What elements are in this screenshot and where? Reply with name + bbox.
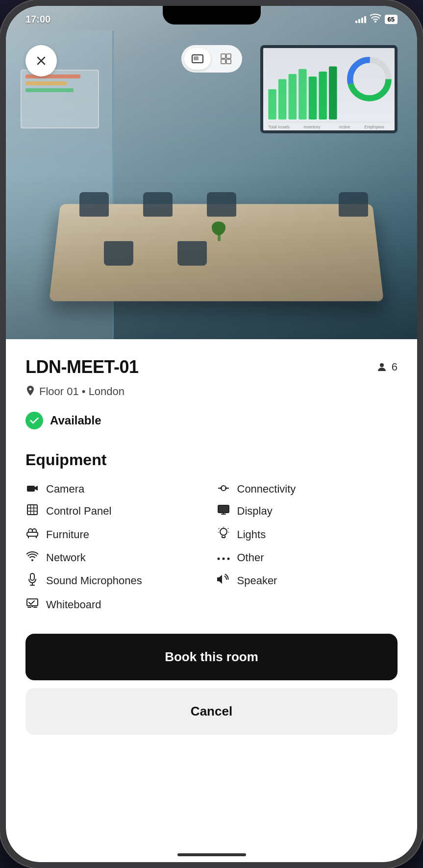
svg-point-50 xyxy=(227,558,229,560)
whiteboard-label: Whiteboard xyxy=(46,598,101,611)
signal-bar-2 xyxy=(358,19,360,23)
svg-line-41 xyxy=(219,528,219,529)
close-button[interactable] xyxy=(25,45,57,76)
svg-rect-20 xyxy=(226,54,231,58)
display-icon xyxy=(217,505,230,518)
room-location-text: Floor 01 • London xyxy=(39,385,124,398)
check-icon xyxy=(30,417,39,424)
microphone-icon xyxy=(25,573,39,589)
svg-point-27 xyxy=(225,487,227,489)
svg-point-49 xyxy=(222,558,224,560)
connectivity-label: Connectivity xyxy=(237,483,296,496)
lights-icon xyxy=(217,527,230,543)
room-header: LDN-MEET-01 6 xyxy=(25,357,398,377)
equipment-grid: Camera Connectivity xyxy=(25,483,398,612)
home-indicator xyxy=(177,853,246,856)
signal-icon xyxy=(355,15,366,23)
grid-view-button[interactable] xyxy=(213,48,239,70)
room-photo: Total Assets Inventory Active Employees xyxy=(6,6,417,339)
lights-label: Lights xyxy=(237,528,266,541)
svg-rect-21 xyxy=(221,59,225,64)
camera-icon xyxy=(25,483,39,496)
svg-rect-36 xyxy=(27,532,38,536)
furniture-icon xyxy=(25,528,39,541)
svg-point-26 xyxy=(220,487,222,489)
svg-point-48 xyxy=(217,558,220,560)
connectivity-icon xyxy=(217,483,230,496)
equipment-section: Equipment Camera xyxy=(25,451,398,735)
status-time: 17:00 xyxy=(25,14,50,25)
signal-bar-1 xyxy=(355,21,357,23)
phone-frame: 17:00 65 xyxy=(0,0,423,868)
speaker-label: Speaker xyxy=(237,574,277,587)
equipment-other: Other xyxy=(217,551,398,564)
other-icon xyxy=(217,551,230,564)
equipment-furniture: Furniture xyxy=(25,527,207,543)
signal-bar-4 xyxy=(364,16,366,23)
capacity-count: 6 xyxy=(392,361,398,373)
svg-rect-28 xyxy=(27,505,37,515)
wifi-icon xyxy=(370,14,381,25)
battery-icon: 65 xyxy=(385,15,398,24)
svg-rect-24 xyxy=(27,486,35,492)
notch xyxy=(163,6,261,25)
svg-line-42 xyxy=(228,528,228,529)
location-icon xyxy=(25,386,35,397)
other-label: Other xyxy=(237,551,264,564)
equipment-speaker: Speaker xyxy=(217,573,398,589)
svg-rect-51 xyxy=(30,573,34,580)
availability-dot xyxy=(25,412,43,429)
whiteboard-icon xyxy=(25,597,39,612)
furniture-label: Furniture xyxy=(46,528,89,541)
svg-point-39 xyxy=(220,528,227,535)
microphone-label: Sound Microphones xyxy=(46,574,142,587)
signal-bar-3 xyxy=(361,18,363,23)
control-panel-icon xyxy=(25,504,39,518)
svg-rect-33 xyxy=(218,505,229,513)
info-panel: LDN-MEET-01 6 Floor 01 • London xyxy=(6,339,417,862)
network-icon xyxy=(25,551,39,564)
availability-badge: Available xyxy=(25,412,398,429)
equipment-lights: Lights xyxy=(217,527,398,543)
photo-view-button[interactable] xyxy=(184,48,211,70)
svg-point-23 xyxy=(380,363,384,367)
svg-rect-22 xyxy=(226,59,231,64)
equipment-microphone: Sound Microphones xyxy=(25,573,207,589)
network-label: Network xyxy=(46,551,86,564)
capacity-badge: 6 xyxy=(376,361,398,373)
equipment-whiteboard: Whiteboard xyxy=(25,597,398,612)
display-label: Display xyxy=(237,505,273,518)
control-panel-label: Control Panel xyxy=(46,505,111,518)
availability-text: Available xyxy=(50,414,101,427)
svg-marker-25 xyxy=(35,486,38,491)
person-icon xyxy=(376,361,388,373)
battery-level: 65 xyxy=(388,16,395,23)
equipment-control-panel: Control Panel xyxy=(25,504,207,518)
cancel-button[interactable]: Cancel xyxy=(25,688,398,735)
phone-screen: 17:00 65 xyxy=(6,6,417,862)
photo-grid-toggle[interactable] xyxy=(181,45,242,73)
book-room-button[interactable]: Book this room xyxy=(25,634,398,680)
equipment-connectivity: Connectivity xyxy=(217,483,398,496)
svg-rect-18 xyxy=(194,56,199,60)
equipment-camera: Camera xyxy=(25,483,207,496)
equipment-title: Equipment xyxy=(25,451,398,469)
equipment-display: Display xyxy=(217,504,398,518)
vol-down-button[interactable] xyxy=(0,173,2,202)
equipment-network: Network xyxy=(25,551,207,564)
speaker-icon xyxy=(217,574,230,588)
room-location: Floor 01 • London xyxy=(25,385,398,398)
status-icons: 65 xyxy=(355,14,398,25)
camera-label: Camera xyxy=(46,483,84,496)
svg-rect-19 xyxy=(221,54,225,58)
room-name: LDN-MEET-01 xyxy=(25,357,139,377)
vol-up-button[interactable] xyxy=(0,133,2,163)
